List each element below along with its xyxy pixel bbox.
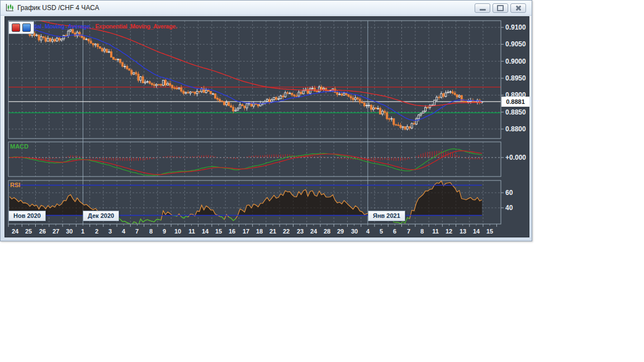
titlebar[interactable]: График USD /CHF 4 ЧАСА [1, 1, 532, 16]
legend-color-buttons[interactable] [8, 21, 34, 34]
chart-window: График USD /CHF 4 ЧАСА Exponential_Movin… [0, 0, 532, 241]
red-color-swatch-icon[interactable] [12, 23, 20, 32]
close-button[interactable] [510, 3, 526, 13]
chart-area[interactable] [4, 16, 529, 237]
blue-color-swatch-icon[interactable] [22, 23, 31, 32]
window-controls [475, 3, 526, 13]
window-title: График USD /CHF 4 ЧАСА [17, 4, 99, 12]
candlestick-chart-icon [5, 3, 14, 12]
close-icon [515, 5, 522, 11]
maximize-button[interactable] [493, 3, 508, 13]
maximize-icon [497, 5, 504, 11]
minimize-icon [480, 9, 486, 11]
minimize-button[interactable] [475, 3, 490, 13]
